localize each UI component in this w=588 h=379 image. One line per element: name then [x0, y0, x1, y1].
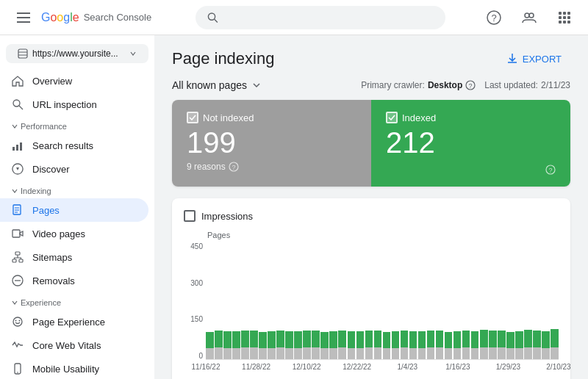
bar-bottom [515, 348, 523, 359]
bar-bottom [312, 347, 320, 359]
bar-group [533, 242, 541, 359]
not-indexed-reasons: 9 reasons [187, 162, 226, 172]
bar-top [401, 331, 409, 347]
bar-bottom [480, 347, 488, 359]
not-indexed-help-icon[interactable]: ? [229, 162, 239, 172]
y-axis: 450 300 150 0 [184, 242, 206, 360]
svg-point-3 [208, 12, 215, 19]
sidebar-item-page-experience[interactable]: Page Experience [0, 310, 148, 333]
section-indexing[interactable]: Indexing [0, 181, 154, 198]
bar-group [392, 242, 400, 359]
experience-toggle-icon [12, 300, 18, 306]
svg-rect-31 [15, 252, 20, 255]
bar-group [445, 242, 453, 359]
filter-selector[interactable]: All known pages [172, 79, 262, 91]
bar-bottom [241, 347, 249, 359]
bar-group [303, 242, 311, 359]
bar-bottom [542, 348, 550, 359]
svg-point-7 [525, 13, 529, 18]
not-indexed-sub: 9 reasons ? [187, 162, 356, 172]
sidebar-label-mobile-usability: Mobile Usability [32, 364, 99, 375]
x-label: 11/28/22 [242, 363, 270, 371]
not-indexed-label: Not indexed [203, 112, 254, 123]
bar-bottom [401, 347, 409, 359]
url-selector[interactable]: https://www.yoursite... [6, 44, 148, 63]
apps-icon[interactable] [553, 6, 576, 29]
bar-group [515, 242, 523, 359]
crawler-info: Primary crawler: Desktop ? Last updated:… [361, 80, 570, 90]
sidebar-item-overview[interactable]: Overview [0, 69, 148, 93]
bar-group [268, 242, 276, 359]
search-icon [207, 12, 218, 24]
indexed-label: Indexed [402, 112, 436, 123]
not-indexed-header: Not indexed [187, 112, 356, 123]
impressions-checkbox[interactable] [184, 210, 196, 222]
search-box[interactable] [196, 6, 445, 29]
crawler-help-icon[interactable]: ? [465, 80, 476, 90]
menu-icon[interactable] [12, 6, 35, 29]
sidebar-item-video-pages[interactable]: Video pages [0, 222, 148, 245]
bar-bottom [418, 348, 426, 359]
bar-group [374, 242, 382, 359]
sidebar-label-overview: Overview [32, 76, 72, 87]
bar-bottom [294, 348, 302, 359]
topbar-actions: ? [482, 6, 576, 29]
bar-group [259, 242, 267, 359]
svg-rect-17 [567, 21, 570, 24]
bar-top [383, 332, 391, 348]
sidebar-item-mobile-usability[interactable]: Mobile Usability [0, 357, 148, 379]
svg-point-37 [15, 320, 17, 322]
bar-group [338, 242, 346, 359]
sidebar-item-search-results[interactable]: Search results [0, 134, 148, 157]
svg-line-4 [215, 19, 218, 22]
not-indexed-card[interactable]: Not indexed 199 9 reasons ? [172, 100, 371, 187]
bar-bottom [215, 347, 223, 359]
people-icon[interactable] [517, 6, 541, 29]
indexed-card[interactable]: Indexed 212 ? [371, 100, 570, 187]
not-indexed-count: 199 [187, 126, 356, 159]
bar-bottom [551, 347, 559, 359]
bar-group [276, 242, 284, 359]
dropdown-icon [129, 50, 137, 57]
bar-top [533, 331, 541, 347]
video-icon [12, 228, 24, 239]
svg-rect-32 [12, 259, 16, 262]
sidebar-label-pages: Pages [32, 205, 60, 216]
search-input[interactable] [224, 12, 434, 24]
bar-group [453, 242, 462, 359]
sitemap-icon [12, 251, 24, 263]
section-toggle-icon [12, 123, 18, 129]
y-label-150: 150 [184, 315, 203, 323]
filter-bar: All known pages Primary crawler: Desktop… [172, 79, 570, 91]
sidebar-item-sitemaps[interactable]: Sitemaps [0, 245, 148, 269]
section-experience[interactable]: Experience [0, 292, 154, 310]
export-button[interactable]: EXPORT [498, 47, 570, 71]
bar-bottom [320, 348, 329, 359]
svg-rect-13 [563, 16, 566, 19]
help-icon[interactable]: ? [482, 6, 506, 29]
crawler-type: Desktop [428, 80, 462, 90]
sidebar-item-removals[interactable]: Removals [0, 269, 148, 292]
bar-top [542, 331, 550, 348]
crawler-label: Primary crawler: [361, 80, 425, 90]
bar-bottom [250, 347, 258, 359]
sidebar-item-pages[interactable]: Pages [0, 198, 148, 222]
svg-rect-23 [12, 147, 15, 151]
main-content: Page indexing EXPORT All known pages Pri… [154, 35, 588, 379]
bar-bottom [206, 348, 214, 359]
sidebar-item-url-inspection[interactable]: URL inspection [0, 93, 148, 116]
x-label: 1/29/23 [496, 363, 520, 371]
y-label-450: 450 [184, 242, 203, 250]
sidebar-item-core-web-vitals[interactable]: Core Web Vitals [0, 333, 148, 357]
indexed-help-icon[interactable]: ? [545, 165, 556, 175]
section-performance[interactable]: Performance [0, 116, 154, 134]
svg-point-36 [13, 317, 22, 326]
bar-top [436, 331, 444, 347]
main-layout: https://www.yoursite... Overview URL ins… [0, 35, 588, 379]
bar-top [365, 331, 373, 347]
page-header: Page indexing EXPORT [172, 47, 570, 71]
sidebar-label-url-inspection: URL inspection [32, 99, 97, 110]
impressions-toggle[interactable]: Impressions [184, 210, 559, 222]
bar-bottom [533, 347, 541, 359]
sidebar-item-discover[interactable]: Discover [0, 157, 148, 181]
